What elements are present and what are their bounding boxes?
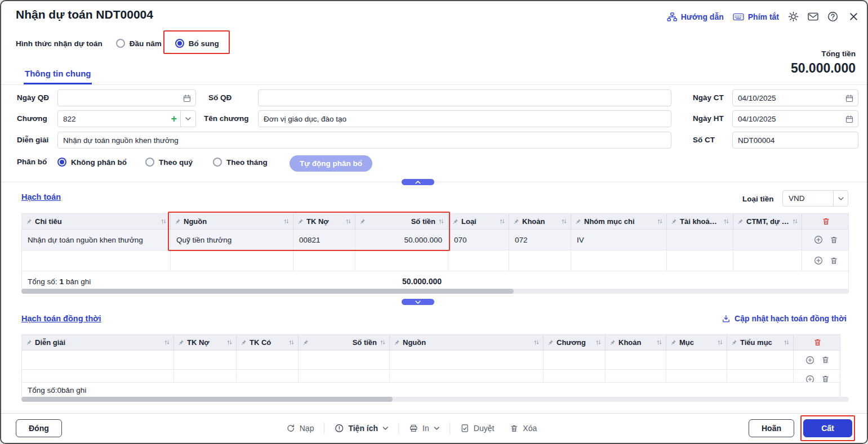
delete-row-icon[interactable]	[830, 257, 838, 265]
radio-bo-sung[interactable]	[175, 39, 184, 48]
delete-button[interactable]: Xóa	[510, 424, 537, 433]
delete-row-icon[interactable]	[821, 356, 830, 364]
sort-icon[interactable]	[164, 339, 170, 346]
sort-icon[interactable]	[345, 218, 351, 225]
radio-option-khong-phan-bo[interactable]: Không phân bổ	[57, 158, 127, 167]
help-circle-icon[interactable]	[827, 11, 838, 22]
print-menu-button[interactable]: In	[409, 424, 439, 433]
sort-icon[interactable]	[499, 218, 505, 225]
cell-chi-tieu[interactable]: Nhận dự toán nguồn khen thưởng	[22, 230, 171, 250]
ngay-qd-input[interactable]	[58, 90, 195, 106]
column-header-delete-all[interactable]	[794, 335, 841, 350]
hach-toan-dong-thoi-section-link[interactable]: Hạch toán đồng thời	[21, 314, 101, 323]
dien-giai-input[interactable]	[58, 132, 671, 148]
cell-empty[interactable]	[355, 250, 448, 271]
cell-tk-no[interactable]: 00821	[293, 230, 355, 250]
sort-icon[interactable]	[288, 339, 295, 346]
tab-thong-tin-chung[interactable]: Thông tin chung	[24, 69, 92, 84]
pin-icon[interactable]	[731, 339, 737, 346]
pin-icon[interactable]	[547, 339, 554, 346]
cell-empty[interactable]	[22, 351, 174, 369]
column-header-ctmt-du-an[interactable]: CTMT, dự án	[733, 214, 802, 229]
cell-empty[interactable]	[571, 250, 667, 271]
cell-empty[interactable]	[174, 370, 237, 382]
collapse-toggle-up[interactable]	[402, 179, 434, 185]
column-header-tai-khoan-nh[interactable]: Tài khoản NH,	[667, 214, 733, 229]
pin-icon[interactable]	[297, 218, 304, 225]
dong-thoi-hscrollbar[interactable]	[21, 397, 849, 402]
pin-icon[interactable]	[671, 218, 677, 225]
table-row-empty[interactable]	[22, 370, 840, 382]
auto-allocate-button[interactable]: Tự động phân bổ	[290, 155, 372, 172]
pin-icon[interactable]	[575, 218, 581, 225]
approve-button[interactable]: Duyệt	[460, 424, 495, 433]
column-header-nhom-muc-chi[interactable]: Nhóm mục chi	[571, 214, 667, 229]
sort-icon[interactable]	[784, 339, 790, 346]
column-header-muc[interactable]: Mục	[666, 335, 727, 350]
reload-button[interactable]: Nạp	[286, 424, 314, 433]
hach-toan-section-link[interactable]: Hạch toán	[21, 192, 61, 201]
cell-empty[interactable]	[509, 250, 571, 271]
pin-icon[interactable]	[26, 218, 32, 225]
pin-icon[interactable]	[394, 339, 400, 346]
scrollbar-thumb[interactable]	[21, 289, 514, 294]
column-header-chi-tieu[interactable]: Chi tiêu	[22, 214, 171, 229]
close-button[interactable]: Đóng	[16, 419, 62, 437]
pin-icon[interactable]	[609, 339, 616, 346]
sort-icon[interactable]	[226, 339, 233, 346]
cell-empty[interactable]	[727, 370, 794, 382]
column-header-loai[interactable]: Loại	[448, 214, 509, 229]
radio-dau-nam[interactable]	[116, 39, 125, 48]
sort-icon[interactable]	[595, 339, 602, 346]
currency-select[interactable]: VND	[782, 190, 848, 207]
collapse-toggle-down[interactable]	[402, 299, 434, 305]
ngay-ct-input[interactable]	[733, 90, 858, 106]
sort-icon[interactable]	[380, 339, 386, 346]
update-simultaneous-link[interactable]: Cập nhật hạch toán đồng thời	[722, 314, 847, 323]
column-header-tk-co[interactable]: TK Có	[237, 335, 299, 350]
feedback-mail-icon[interactable]	[808, 12, 818, 21]
calendar-icon[interactable]	[182, 94, 192, 103]
cell-empty[interactable]	[299, 370, 390, 382]
ten-chuong-input[interactable]	[259, 111, 671, 127]
cell-empty[interactable]	[237, 351, 299, 369]
cell-empty[interactable]	[666, 351, 727, 369]
sort-icon[interactable]	[438, 218, 444, 225]
currency-dropdown-button[interactable]	[833, 191, 848, 206]
column-header-dien-giai[interactable]: Diễn giải	[22, 335, 174, 350]
cell-empty[interactable]	[666, 370, 727, 382]
radio-khong-phan-bo[interactable]	[57, 158, 66, 167]
so-qd-input[interactable]	[259, 90, 671, 106]
table-row-empty[interactable]	[22, 250, 848, 271]
cell-empty[interactable]	[544, 370, 606, 382]
sort-icon[interactable]	[161, 218, 167, 225]
column-header-tk-no[interactable]: TK Nợ	[174, 335, 237, 350]
add-row-icon[interactable]	[814, 235, 823, 244]
chuong-dropdown-button[interactable]	[180, 111, 195, 127]
column-header-so-tien[interactable]: Số tiền	[355, 214, 448, 229]
trash-icon[interactable]	[822, 217, 830, 226]
pin-icon[interactable]	[26, 339, 32, 346]
pin-icon[interactable]	[452, 218, 459, 225]
cell-empty[interactable]	[22, 370, 174, 382]
radio-theo-quy[interactable]	[145, 158, 154, 167]
sort-icon[interactable]	[792, 218, 798, 225]
sort-icon[interactable]	[533, 339, 540, 346]
cell-loai[interactable]: 070	[448, 230, 509, 250]
utilities-menu-button[interactable]: Tiện ích	[335, 424, 388, 433]
cell-empty[interactable]	[733, 250, 802, 271]
save-button[interactable]: Cất	[803, 419, 852, 437]
cell-empty[interactable]	[667, 250, 733, 271]
calendar-icon[interactable]	[845, 115, 854, 124]
column-header-khoan[interactable]: Khoản	[509, 214, 571, 229]
column-header-khoan[interactable]: Khoản	[606, 335, 666, 350]
pin-icon[interactable]	[241, 339, 247, 346]
cell-nhom-muc-chi[interactable]: IV	[571, 230, 667, 250]
add-plus-icon[interactable]: +	[167, 111, 180, 127]
cell-tai-khoan-nh[interactable]	[667, 230, 733, 250]
cell-empty[interactable]	[171, 250, 293, 271]
add-row-icon[interactable]	[805, 375, 814, 383]
column-header-so-tien[interactable]: Số tiền	[299, 335, 390, 350]
cell-nguon[interactable]: Quỹ tiền thưởng	[171, 230, 293, 250]
delete-row-icon[interactable]	[821, 375, 830, 382]
